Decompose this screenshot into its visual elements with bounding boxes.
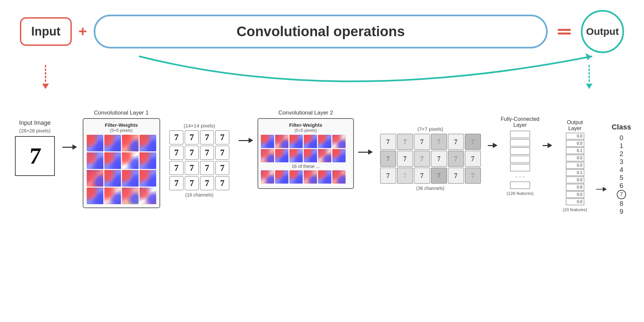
conv1-filter-size: (5×5 pixels) xyxy=(87,128,156,133)
fc2b-6 xyxy=(332,170,346,184)
ch14-15: 7 xyxy=(200,176,214,190)
conv2-filter-size: (5×5 pixels) xyxy=(261,128,351,133)
out-bar-1: 0.0 xyxy=(566,140,584,147)
class-list: 0 1 2 3 4 5 6 7 8 9 xyxy=(617,134,626,215)
conv-ops-label: Convolutional operations xyxy=(237,24,405,39)
filter-cell-13 xyxy=(87,188,103,204)
fc-bars-container xyxy=(510,131,530,171)
ch14-2: 7 xyxy=(185,130,199,144)
class-section: Class 0 1 2 3 4 5 6 7 8 9 xyxy=(608,123,635,215)
filter-cell-7 xyxy=(122,152,139,169)
class-7-highlighted: 7 xyxy=(617,190,626,199)
class-0: 0 xyxy=(617,134,626,141)
main-flow: Input Image (28×28 pixels) 7 Convolution… xyxy=(10,110,634,215)
filter-cell-1 xyxy=(87,135,103,151)
conv-layer-1-title: Convolutional Layer 1 xyxy=(94,110,149,116)
fc2b-5 xyxy=(318,170,331,184)
c7-7: 7 xyxy=(380,151,396,167)
ch14-9: 7 xyxy=(169,161,183,175)
filter-cell-10 xyxy=(104,170,121,187)
diagram-container: Input + Convolutional operations Output xyxy=(0,0,644,322)
class-6: 6 xyxy=(617,182,626,189)
out-bar-7: 0.8 xyxy=(566,184,584,191)
c7-1: 7 xyxy=(380,134,396,150)
fc2-9 xyxy=(289,149,303,162)
fc2-11 xyxy=(318,149,331,162)
ch14-16: 7 xyxy=(215,176,229,190)
out-bar-8: 0.0 xyxy=(566,191,584,198)
filter-cell-6 xyxy=(104,152,121,169)
conv-ops-box: Convolutional operations xyxy=(94,15,548,48)
filter-cell-14 xyxy=(104,188,121,204)
channel-14-count: (16 channels) xyxy=(185,192,214,198)
ch14-8: 7 xyxy=(215,146,229,160)
filter-cell-9 xyxy=(87,170,103,187)
arrow-1 xyxy=(60,144,80,150)
c7-10: 7 xyxy=(431,151,447,167)
filter-cell-2 xyxy=(104,135,121,151)
input-image-size: (28×28 pixels) xyxy=(19,128,51,133)
class-8: 8 xyxy=(617,200,626,207)
conv1-filter-grid xyxy=(87,135,156,204)
c7-2: 7 xyxy=(397,134,413,150)
output-layer-section: Output Layer 0.0 0.0 0.1 0.0 0.0 0.1 0.0… xyxy=(555,120,595,212)
conv2-filter-grid-2 xyxy=(261,170,351,184)
input-image-label: Input Image xyxy=(19,120,51,126)
arrow-2 xyxy=(236,138,256,143)
ch14-13: 7 xyxy=(169,176,183,190)
red-dashed-arrow xyxy=(42,65,49,89)
ch14-6: 7 xyxy=(185,146,199,160)
conv2-filter-label: Filter-Weights xyxy=(261,122,351,128)
out-bar-0: 0.0 xyxy=(566,133,584,139)
input-label: Input xyxy=(31,25,60,38)
equals-symbol xyxy=(558,29,571,35)
class-title: Class xyxy=(612,123,631,131)
conv-layer-1-section: Convolutional Layer 1 Filter-Weights (5×… xyxy=(80,110,163,208)
fc2b-2 xyxy=(275,170,288,184)
conv-layer-2-title: Convolutional Layer 2 xyxy=(278,110,333,116)
c7-4: 7 xyxy=(431,134,447,150)
output-label: Output xyxy=(586,26,619,37)
class-9: 9 xyxy=(617,208,626,215)
class-5: 5 xyxy=(617,174,626,181)
fc2-3 xyxy=(289,135,303,148)
class-1: 1 xyxy=(617,142,626,149)
channel-7-grid: 7 7 7 7 7 7 7 7 7 7 7 7 7 7 7 7 7 7 xyxy=(380,134,481,184)
channels-7x7-section: (7×7 pixels) 7 7 7 7 7 7 7 7 7 7 7 7 7 7… xyxy=(376,126,485,191)
fc-features: (128 features) xyxy=(507,191,534,196)
c7-3: 7 xyxy=(414,134,430,150)
out-bar-6: 0.0 xyxy=(566,177,584,183)
fc2b-4 xyxy=(304,170,317,184)
filter-cell-4 xyxy=(140,135,156,151)
c7-17: 7 xyxy=(448,168,464,184)
channel-14-size: (14×14 pixels) xyxy=(184,123,215,128)
arrow-3 xyxy=(356,149,376,155)
class-4: 4 xyxy=(617,166,626,173)
ch14-5: 7 xyxy=(169,146,183,160)
svg-marker-0 xyxy=(586,53,591,60)
fc-bar-3 xyxy=(510,147,530,155)
fc-bar-5 xyxy=(510,164,530,171)
fc2-4 xyxy=(304,135,317,148)
class-3: 3 xyxy=(617,158,626,165)
c7-5: 7 xyxy=(448,134,464,150)
conv-layer-1-box: Filter-Weights (5×5 pixels) xyxy=(83,118,160,208)
c7-15: 7 xyxy=(414,168,430,184)
fc-bar-last xyxy=(510,182,530,189)
c7-18: 7 xyxy=(465,168,481,184)
input-image-section: Input Image (28×28 pixels) 7 xyxy=(10,120,60,176)
fc2-1 xyxy=(261,135,274,148)
ch14-12: 7 xyxy=(215,161,229,175)
filter-cell-3 xyxy=(122,135,139,151)
fc2-2 xyxy=(275,135,288,148)
channel-7-count: (36 channels) xyxy=(416,186,445,191)
ch14-3: 7 xyxy=(200,130,214,144)
class-2: 2 xyxy=(617,150,626,157)
digit-seven: 7 xyxy=(28,143,42,169)
output-features: (10 features) xyxy=(563,207,587,212)
filter-cell-16 xyxy=(140,188,156,204)
c7-14: 7 xyxy=(397,168,413,184)
fc2-5 xyxy=(318,135,331,148)
filter-cell-11 xyxy=(122,170,139,187)
filter-cell-8 xyxy=(140,152,156,169)
